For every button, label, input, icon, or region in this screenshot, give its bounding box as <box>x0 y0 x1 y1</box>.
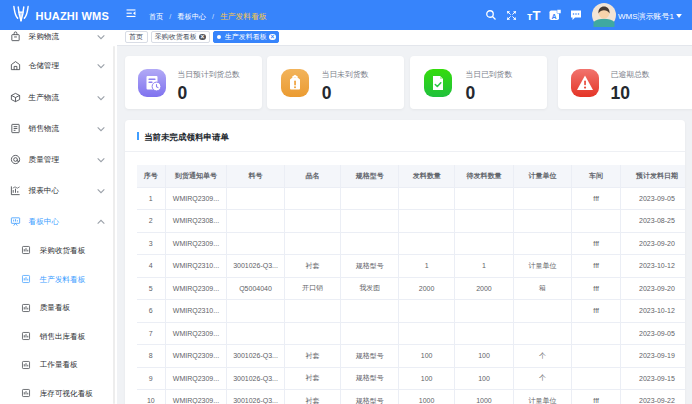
svg-text:A: A <box>551 13 556 20</box>
